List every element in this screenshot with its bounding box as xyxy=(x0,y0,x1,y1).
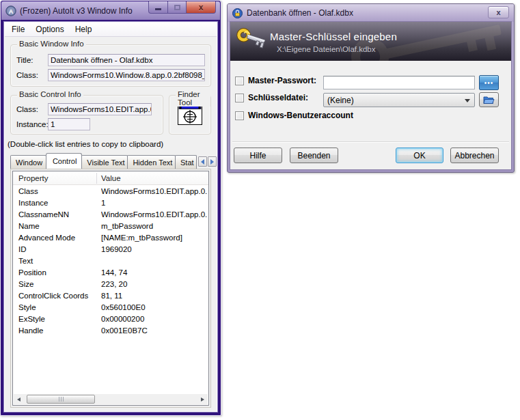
value-cell: 0x00000200 xyxy=(101,315,207,323)
scrollbar-thumb[interactable] xyxy=(27,395,95,404)
value-cell: 1969020 xyxy=(101,245,207,253)
property-cell: Class xyxy=(18,187,38,195)
horizontal-scrollbar xyxy=(14,394,208,404)
key-icon xyxy=(234,27,267,57)
autoit-client-area: File Options Help Basic Window Info Titl… xyxy=(4,22,217,412)
window-title-field[interactable]: Datenbank öffnen - Olaf.kdbx xyxy=(48,54,205,66)
dialog-banner: Master-Schlüssel eingeben X:\Eigene Date… xyxy=(230,22,511,61)
windows-account-checkbox[interactable] xyxy=(235,111,244,120)
close-button[interactable]: x xyxy=(187,1,216,14)
control-class-label: Class: xyxy=(16,105,48,113)
keepass-client-area: Master-Schlüssel eingeben X:\Eigene Date… xyxy=(230,22,511,169)
browse-key-file-button[interactable] xyxy=(479,92,499,107)
tab-strip: Window Control Visible Text Hidden Text … xyxy=(10,153,217,169)
tab-scroll-right-button[interactable] xyxy=(208,156,217,167)
master-password-checkbox[interactable] xyxy=(235,76,244,85)
tab-control[interactable]: Control xyxy=(46,153,82,169)
banner-file-path: X:\Eigene Dateien\Olaf.kdbx xyxy=(277,45,375,53)
tab-window[interactable]: Window xyxy=(10,155,46,169)
window-title-label: Title: xyxy=(16,56,48,64)
keepass-open-database-dialog: Datenbank öffnen - Olaf.kdbx x xyxy=(227,3,515,173)
list-row[interactable]: ClassWindowsForms10.EDIT.app.0.2bf80 xyxy=(13,186,208,198)
tab-visible-text[interactable]: Visible Text xyxy=(81,155,128,169)
value-cell: 144, 74 xyxy=(101,268,207,277)
maximize-button[interactable] xyxy=(168,1,187,14)
control-class-field[interactable]: WindowsForms10.EDIT.app.0. xyxy=(48,103,152,115)
list-row[interactable]: Position144, 74 xyxy=(13,268,208,279)
windows-account-label: Windows-Benutzeraccount xyxy=(248,111,353,120)
property-cell: ClassnameNN xyxy=(18,210,69,219)
list-row[interactable]: Advanced Mode[NAME:m_tbPassword] xyxy=(13,233,208,244)
scroll-right-button[interactable] xyxy=(197,394,208,404)
property-cell: ExStyle xyxy=(18,315,45,323)
list-row[interactable]: Text xyxy=(13,256,208,268)
property-cell: Size xyxy=(18,280,33,288)
keepass-close-button[interactable]: x xyxy=(488,6,509,18)
lock-icon xyxy=(232,8,243,18)
list-header: Property Value xyxy=(13,171,208,185)
finder-tool-legend: Finder Tool xyxy=(176,90,210,107)
keepass-titlebar[interactable]: Datenbank öffnen - Olaf.kdbx x xyxy=(228,4,514,22)
column-header-property[interactable]: Property xyxy=(18,171,48,185)
property-cell: Advanced Mode xyxy=(18,234,75,242)
show-password-button[interactable]: ••• xyxy=(479,75,499,90)
scrollbar-grip-icon xyxy=(61,397,61,402)
tab-statusbar[interactable]: Stat xyxy=(175,155,197,169)
svg-text:A: A xyxy=(9,8,14,14)
property-cell: Text xyxy=(18,257,33,265)
keepass-window-title: Datenbank öffnen - Olaf.kdbx xyxy=(247,8,353,18)
menu-help[interactable]: Help xyxy=(70,23,98,36)
property-cell: Style xyxy=(18,303,36,311)
list-row[interactable]: Handle0x001E0B7C xyxy=(13,326,208,337)
menu-bar: File Options Help xyxy=(5,23,217,37)
list-row[interactable]: Instance1 xyxy=(13,198,208,210)
value-cell: 0x560100E0 xyxy=(101,303,207,311)
divider xyxy=(232,141,509,143)
exit-button[interactable]: Beenden xyxy=(290,148,338,163)
window-class-field[interactable]: WindowsForms10.Window.8.app.0.2bf8098_r xyxy=(48,69,205,81)
arrow-right-icon xyxy=(210,159,217,165)
column-divider[interactable] xyxy=(96,173,97,184)
minimize-button[interactable] xyxy=(148,1,168,14)
finder-tool-group: Finder Tool xyxy=(169,95,211,135)
control-tab-page: Property Value ClassWindowsForms10.EDIT.… xyxy=(10,169,211,408)
tab-hidden-text[interactable]: Hidden Text xyxy=(127,155,176,169)
list-row[interactable]: Style0x560100E0 xyxy=(13,303,208,314)
property-cell: Instance xyxy=(18,199,48,207)
list-row[interactable]: Size223, 20 xyxy=(13,279,208,291)
control-instance-value: 1 xyxy=(51,120,55,128)
clipboard-hint: (Double-click list entries to copy to cl… xyxy=(8,140,214,148)
key-file-checkbox[interactable] xyxy=(235,94,244,102)
window-class-label: Class: xyxy=(16,71,48,79)
basic-control-info-group: Basic Control Info Class: WindowsForms10… xyxy=(10,95,163,135)
window-class-value: WindowsForms10.Window.8.app.0.2bf8098_r xyxy=(51,71,205,79)
cancel-button[interactable]: Abbrechen xyxy=(450,148,499,163)
list-row[interactable]: ID1969020 xyxy=(13,244,208,256)
list-row[interactable]: Namem_tbPassword xyxy=(13,221,208,233)
finder-tool-icon[interactable] xyxy=(178,104,202,128)
tab-scroll-left-button[interactable] xyxy=(198,156,207,167)
value-cell: 1 xyxy=(101,199,207,207)
autoit-titlebar[interactable]: A (Frozen) AutoIt v3 Window Info x xyxy=(1,1,220,20)
scroll-left-button[interactable] xyxy=(14,394,24,404)
folder-icon xyxy=(483,95,495,104)
list-row[interactable]: ControlClick Coords81, 11 xyxy=(13,291,208,303)
list-row[interactable]: ExStyle0x00000200 xyxy=(13,314,208,326)
column-header-value[interactable]: Value xyxy=(101,171,121,185)
dots-icon: ••• xyxy=(484,79,494,87)
value-cell: 223, 20 xyxy=(101,280,207,288)
control-instance-label: Instance: xyxy=(16,120,48,128)
control-instance-field[interactable]: 1 xyxy=(48,118,90,130)
tab-scroll-buttons xyxy=(197,156,217,167)
ok-button[interactable]: OK xyxy=(396,148,443,163)
help-button[interactable]: Hilfe xyxy=(234,148,282,163)
list-row[interactable]: ClassnameNNWindowsForms10.EDIT.app.0.2bf… xyxy=(13,210,208,221)
master-password-input[interactable] xyxy=(323,76,475,89)
value-cell: WindowsForms10.EDIT.app.0.2bf80 xyxy=(101,187,207,195)
key-file-dropdown[interactable]: (Keine) xyxy=(323,93,475,107)
basic-window-info-legend: Basic Window Info xyxy=(17,40,86,48)
control-class-value: WindowsForms10.EDIT.app.0. xyxy=(51,105,152,113)
window-controls: x xyxy=(148,1,216,14)
menu-options[interactable]: Options xyxy=(30,23,69,36)
menu-file[interactable]: File xyxy=(6,23,30,36)
